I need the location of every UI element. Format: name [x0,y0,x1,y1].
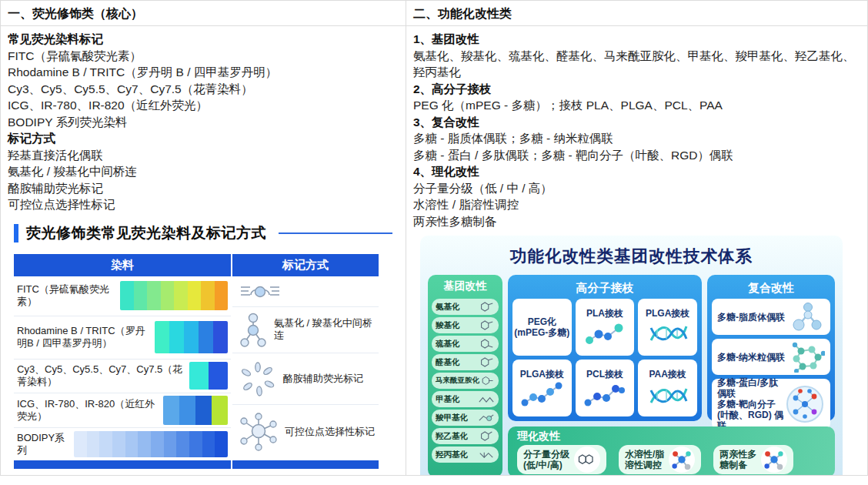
section-heading: 1、基团改性 [413,31,860,48]
panel-functional-modification: 二、功能化改性类 1、基团改性 氨基化、羧基化、巯基化、醛基化、马来酰亚胺化、甲… [406,1,867,475]
dye-label: ICG、IR-780、IR-820（近红外荧光） [17,398,160,423]
spectrum-bar [120,281,228,310]
spectrum-bar [163,396,228,425]
group-item: 羧基化 [432,317,499,333]
chem-structure-icon [478,319,495,331]
table-row: 可控位点选择性标记 [232,405,379,460]
quinoline-icon [574,447,600,473]
composite-card: 多糖-脂质体偶联 [712,299,830,335]
table-row: FITC（异硫氰酸荧光素） [14,276,231,316]
table-row: 氨基化 / 羧基化中间桥连 [232,307,379,353]
chem-structure-icon [478,356,495,368]
title-accent-bar [14,224,18,242]
table-row: ICG、IR-780、IR-820（近红外荧光） [14,393,231,428]
physchem-card: 水溶性/脂 溶性调控 [619,445,701,474]
sphere-network-icon [785,384,825,424]
panel-fluorescent-modification: 一、荧光修饰类（核心） 常见荧光染料标记 FITC（异硫氰酸荧光素） Rhoda… [1,1,406,475]
dye-method-table: 染料 标记方式 FITC（异硫氰酸荧光素） Rhodamine B / TRIT… [14,254,379,469]
graft-card: PAA接枝 [638,360,697,416]
graft-cards: PEG化 (mPEG-多糖) PLA接枝 PLGA接枝 [512,299,697,416]
group-item: 甲基化 [432,391,499,407]
method-label: 氨基化 / 羧基化中间桥连 [274,317,379,342]
tech-system-infographic: 功能化改性类基团改性技术体系 基团改性 氨基化 羧基化 [420,236,843,475]
section-heading: 标记方式 [8,130,399,147]
method-label: 酪胺辅助荧光标记 [283,373,363,385]
figure-title-row: 荧光修饰类常见荧光染料及标记方式 [14,223,397,243]
group-column-header: 基团改性 [430,277,500,296]
dye-label: FITC（异硫氰酸荧光素） [17,283,117,308]
method-column: 氨基化 / 羧基化中间桥连 [232,276,379,460]
list-item: FITC（异硫氰酸荧光素） [8,48,399,65]
group-item: 马来酰亚胺化 [432,373,499,389]
list-item: 分子量分级（低 / 中 / 高） [413,180,860,197]
membrane-dome-icon [240,281,280,301]
graft-card: PLGA接枝 [512,360,572,416]
composite-modification-column: 复合改性 多糖-脂质体偶联 多糖-纳米粒偶联 多糖-蛋白/多肽偶联 多糖-靶向分… [707,275,835,421]
list-item: ICG、IR-780、IR-820（近红外荧光） [8,97,399,114]
list-item: Cy3、Cy5、Cy5.5、Cy7、Cy7.5（花菁染料） [8,81,399,98]
table-row: 酪胺辅助荧光标记 [232,353,379,405]
branch-beads-icon [240,312,266,347]
graft-card: PLGA接枝 [638,299,697,356]
molecule-ring-icon [790,342,825,373]
composite-card: 多糖-纳米粒偶联 [712,339,830,375]
bead-chain-icon [583,319,626,346]
dna-helix-icon [646,319,689,346]
column-header-method: 标记方式 [232,254,379,276]
spectrum-bar [74,431,228,457]
title-underline [279,232,392,234]
composite-column-header: 复合改性 [712,279,830,299]
list-item: 酪胺辅助荧光标记 [8,180,399,197]
radial-beads-icon [240,361,275,396]
chem-structure-icon [478,412,495,423]
physchem-card: 两亲性多 糖制备 [713,445,793,474]
molecule-cluster-icon [791,302,825,333]
chem-structure-icon [478,338,495,350]
figure-title: 荧光修饰类常见荧光染料及标记方式 [26,223,266,243]
section-heading: 常见荧光染料标记 [8,31,399,48]
hub-spokes-icon [240,413,277,451]
physchem-cards: 分子量分级 (低/中/高) 水溶性/脂 溶性调控 两亲性多 糖制备 [517,445,827,474]
polymer-graft-column: 高分子接枝 PEG化 (mPEG-多糖) PLA接枝 PLGA接枝 [508,275,702,421]
left-panel-body: 常见荧光染料标记 FITC（异硫氰酸荧光素） Rhodamine B / TRI… [1,26,406,469]
table-header-row: 染料 标记方式 [14,254,379,276]
list-item: Rhodamine B / TRITC（罗丹明 B / 四甲基罗丹明） [8,64,399,81]
ball-stick-icon [761,447,787,473]
chem-structure-icon [478,301,495,313]
dye-label: BODIPY系列 [17,432,71,457]
ball-stick-icon [669,447,695,473]
chem-structure-icon [478,449,495,460]
composite-card: 多糖-蛋白/多肽偶联 多糖-靶向分子 (叶酸、RGD) 偶联 [712,379,830,430]
right-panel-title: 二、功能化改性类 [406,1,867,26]
group-modification-column: 基团改性 氨基化 羧基化 巯基化 [428,275,502,475]
dye-label: Rhodamine B / TRITC（罗丹明B / 四甲基罗丹明） [17,325,152,350]
group-item: 羟乙基化 [432,428,499,444]
graft-column-header: 高分子接枝 [512,279,697,299]
group-item: 羟丙基化 [432,447,499,463]
group-item: 氨基化 [432,299,499,315]
group-item: 巯基化 [432,336,499,352]
group-item: 羧甲基化 [432,410,499,426]
list-item: 氨基化 / 羧基化中间桥连 [8,163,399,180]
physchem-card: 分子量分级 (低/中/高) [517,445,606,474]
dye-column: FITC（异硫氰酸荧光素） Rhodamine B / TRITC（罗丹明B /… [14,276,231,460]
graft-card: PEG化 (mPEG-多糖) [512,299,572,356]
group-item: 醛基化 [432,354,499,370]
spectrum-bar [189,362,228,390]
list-item: 多糖 - 脂质体偶联；多糖 - 纳米粒偶联 [413,130,860,147]
right-panel-body: 1、基团改性 氨基化、羧基化、巯基化、醛基化、马来酰亚胺化、甲基化、羧甲基化、羟… [406,26,867,475]
chem-structure-icon [478,430,495,442]
infographic-grid: 基团改性 氨基化 羧基化 巯基化 [428,275,835,475]
bead-chain-icon [583,380,626,407]
table-row: Cy3、Cy5、Cy5.5、Cy7、Cy7.5（花菁染料） [14,360,231,393]
section-heading: 2、高分子接枝 [413,81,860,98]
dye-table-figure: 荧光修饰类常见荧光染料及标记方式 染料 标记方式 FITC（异硫氰酸荧光素） [14,223,397,469]
list-item: 羟基直接活化偶联 [8,147,399,164]
section-heading: 3、复合改性 [413,114,860,131]
infographic-title: 功能化改性类基团改性技术体系 [428,245,835,267]
left-panel-title: 一、荧光修饰类（核心） [1,1,406,26]
table-row: Rhodamine B / TRITC（罗丹明B / 四甲基罗丹明） [14,316,231,360]
method-label: 可控位点选择性标记 [285,426,375,438]
table-body: FITC（异硫氰酸荧光素） Rhodamine B / TRITC（罗丹明B /… [14,276,379,460]
chem-structure-icon [478,393,495,405]
